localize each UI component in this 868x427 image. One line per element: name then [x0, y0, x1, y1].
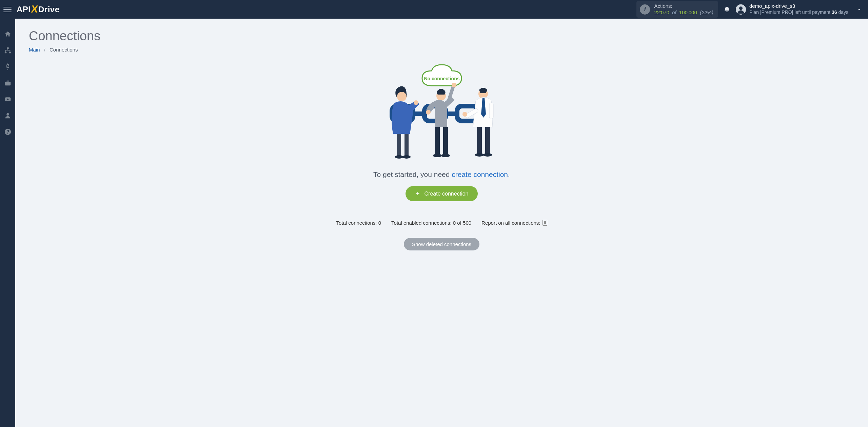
svg-rect-12 — [412, 111, 426, 116]
sidebar-profile[interactable] — [4, 112, 12, 119]
svg-point-8 — [7, 133, 8, 134]
home-icon — [4, 30, 12, 38]
actions-limit: 100'000 — [679, 9, 697, 15]
actions-usage-box[interactable]: i Actions: 22'070 of 100'000 (22%) — [636, 1, 718, 18]
logo-part-x: X — [30, 3, 39, 15]
info-icon: i — [640, 4, 650, 15]
create-connection-link[interactable]: create connection — [452, 170, 508, 178]
svg-point-26 — [452, 83, 456, 87]
svg-point-34 — [462, 112, 467, 117]
dollar-icon — [4, 63, 11, 70]
chevron-down-icon[interactable] — [854, 7, 865, 12]
cloud-text: No connections — [424, 76, 459, 81]
svg-point-24 — [441, 154, 450, 157]
sidebar-help[interactable] — [4, 128, 12, 136]
svg-rect-2 — [7, 47, 9, 49]
svg-rect-29 — [477, 127, 482, 154]
svg-rect-3 — [4, 52, 6, 54]
file-icon — [542, 220, 547, 226]
actions-percent: (22%) — [700, 9, 713, 15]
breadcrumb-main[interactable]: Main — [29, 47, 40, 53]
actions-text: Actions: 22'070 of 100'000 (22%) — [654, 3, 713, 16]
create-connection-label: Create connection — [425, 191, 469, 197]
actions-used: 22'070 — [654, 9, 669, 15]
svg-rect-21 — [435, 127, 440, 154]
user-name: demo_apix-drive_s3 — [749, 3, 848, 9]
stats-row: Total connections: 0 Total enabled conne… — [289, 220, 594, 226]
sidebar-billing[interactable] — [4, 63, 12, 70]
create-connection-button[interactable]: ＋ Create connection — [406, 186, 478, 201]
svg-point-32 — [483, 153, 492, 157]
svg-point-31 — [475, 153, 484, 157]
user-icon — [4, 112, 12, 119]
page-title: Connections — [29, 29, 854, 43]
actions-of: of — [672, 9, 676, 15]
svg-point-17 — [395, 155, 403, 159]
sidebar-tutorials[interactable] — [4, 96, 12, 103]
sitemap-icon — [4, 47, 12, 54]
svg-point-19 — [414, 100, 418, 105]
report-link[interactable]: Report on all connections: — [481, 220, 547, 226]
sidebar — [0, 19, 15, 427]
layout: Connections Main / Connections No connec… — [0, 19, 868, 427]
notifications-icon[interactable] — [724, 6, 730, 13]
svg-point-14 — [397, 92, 407, 101]
logo[interactable]: API X Drive — [17, 4, 60, 15]
svg-point-18 — [402, 155, 411, 159]
breadcrumb-sep: / — [44, 47, 45, 53]
actions-values: 22'070 of 100'000 (22%) — [654, 9, 713, 16]
svg-point-27 — [426, 110, 431, 115]
svg-point-23 — [433, 154, 442, 157]
enabled-connections: Total enabled connections: 0 of 500 — [391, 220, 471, 226]
total-connections: Total connections: 0 — [336, 220, 381, 226]
topbar: API X Drive i Actions: 22'070 of 100'000… — [0, 0, 868, 19]
breadcrumb: Main / Connections — [29, 47, 854, 53]
empty-state: No connections — [289, 63, 594, 250]
svg-rect-15 — [397, 134, 401, 156]
report-label: Report on all connections: — [481, 220, 540, 226]
briefcase-icon — [4, 79, 12, 87]
sidebar-home[interactable] — [4, 30, 12, 38]
plus-icon: ＋ — [415, 190, 420, 197]
menu-toggle[interactable] — [3, 5, 12, 14]
actions-label: Actions: — [654, 3, 713, 9]
play-icon — [4, 96, 12, 103]
show-deleted-button[interactable]: Show deleted connections — [404, 238, 479, 250]
user-menu[interactable]: demo_apix-drive_s3 Plan |Premium PRO| le… — [736, 3, 848, 15]
svg-rect-4 — [9, 52, 11, 54]
breadcrumb-current: Connections — [50, 47, 78, 53]
help-icon — [4, 128, 12, 136]
svg-rect-30 — [485, 127, 490, 154]
svg-rect-16 — [405, 134, 409, 156]
svg-rect-22 — [443, 127, 448, 154]
svg-rect-35 — [489, 103, 493, 119]
sidebar-services[interactable] — [4, 79, 12, 87]
lead-suffix: . — [508, 170, 510, 178]
sidebar-connections[interactable] — [4, 47, 12, 54]
topbar-right: i Actions: 22'070 of 100'000 (22%) demo_… — [636, 1, 865, 18]
svg-point-6 — [6, 113, 9, 116]
main-content: Connections Main / Connections No connec… — [15, 19, 868, 427]
svg-point-1 — [739, 6, 743, 10]
illustration: No connections — [381, 63, 503, 164]
avatar-icon — [736, 4, 746, 15]
logo-part-drive: Drive — [38, 5, 60, 14]
user-plan: Plan |Premium PRO| left until payment 36… — [749, 9, 848, 16]
user-text: demo_apix-drive_s3 Plan |Premium PRO| le… — [749, 3, 848, 15]
lead-prefix: To get started, you need — [373, 170, 452, 178]
logo-part-api: API — [17, 5, 31, 14]
lead-text: To get started, you need create connecti… — [289, 170, 594, 179]
